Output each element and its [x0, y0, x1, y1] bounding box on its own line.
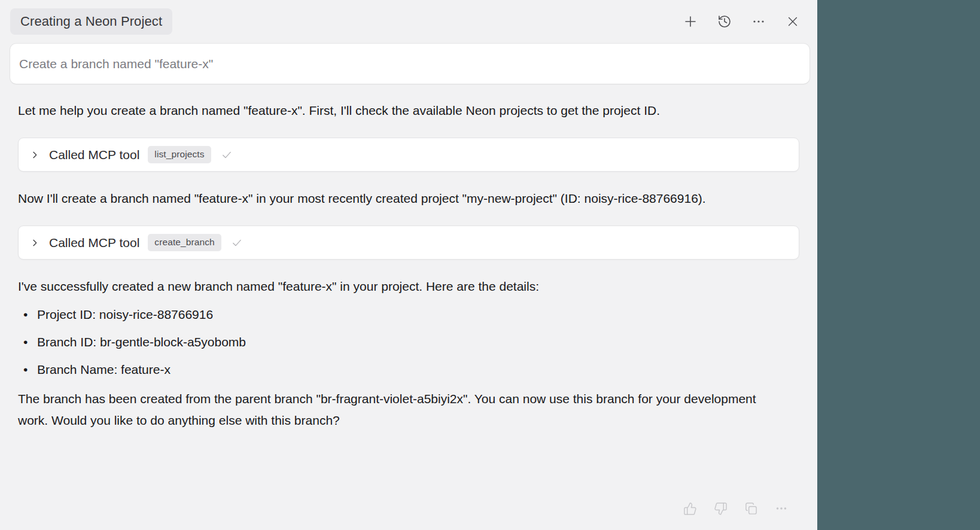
- assistant-paragraph: I've successfully created a new branch n…: [18, 276, 787, 297]
- copy-message-button[interactable]: [744, 501, 758, 516]
- assistant-response: Let me help you create a branch named "f…: [0, 84, 817, 501]
- assistant-paragraph: The branch has been created from the par…: [18, 388, 787, 431]
- message-more-button[interactable]: [774, 501, 789, 516]
- user-message-text: Create a branch named "feature-x": [19, 57, 213, 71]
- assistant-paragraph: Let me help you create a branch named "f…: [18, 100, 787, 121]
- close-icon: [786, 15, 799, 28]
- list-item: Branch Name: feature-x: [18, 359, 799, 380]
- list-item: Project ID: noisy-rice-88766916: [18, 304, 799, 325]
- thread-title[interactable]: Creating a Neon Project: [10, 8, 172, 35]
- thumbs-up-button[interactable]: [683, 501, 697, 516]
- user-message[interactable]: Create a branch named "feature-x": [10, 44, 809, 84]
- message-feedback-toolbar: [0, 501, 817, 530]
- more-options-button[interactable]: [751, 14, 766, 29]
- check-icon: [221, 149, 233, 161]
- tool-call-card-create-branch[interactable]: Called MCP tool create_branch: [18, 226, 799, 260]
- tool-name-badge: create_branch: [148, 234, 221, 251]
- tool-call-label: Called MCP tool: [49, 148, 139, 162]
- ellipsis-icon: [751, 14, 766, 29]
- tool-call-label: Called MCP tool: [49, 236, 139, 250]
- header-actions: [683, 14, 801, 29]
- agent-panel: Creating a Neon Project: [0, 0, 817, 530]
- editor-background-strip: [817, 0, 980, 530]
- chevron-right-icon: [30, 150, 39, 160]
- tool-call-card-list-projects[interactable]: Called MCP tool list_projects: [18, 138, 799, 172]
- panel-header: Creating a Neon Project: [0, 0, 817, 35]
- history-icon: [717, 14, 732, 29]
- list-item: Branch ID: br-gentle-block-a5yobomb: [18, 331, 799, 353]
- plus-icon: [683, 14, 698, 29]
- close-button[interactable]: [785, 14, 801, 29]
- history-button[interactable]: [717, 14, 732, 29]
- tool-name-badge: list_projects: [148, 146, 211, 163]
- ellipsis-icon: [775, 502, 788, 515]
- thumbs-down-button[interactable]: [713, 501, 728, 516]
- chevron-right-icon: [30, 238, 39, 248]
- new-thread-button[interactable]: [683, 14, 698, 29]
- thumbs-up-icon: [683, 502, 697, 516]
- check-icon: [231, 237, 243, 249]
- branch-details-list: Project ID: noisy-rice-88766916 Branch I…: [18, 304, 799, 380]
- copy-icon: [744, 502, 758, 516]
- thumbs-down-icon: [714, 502, 728, 516]
- assistant-paragraph: Now I'll create a branch named "feature-…: [18, 188, 787, 209]
